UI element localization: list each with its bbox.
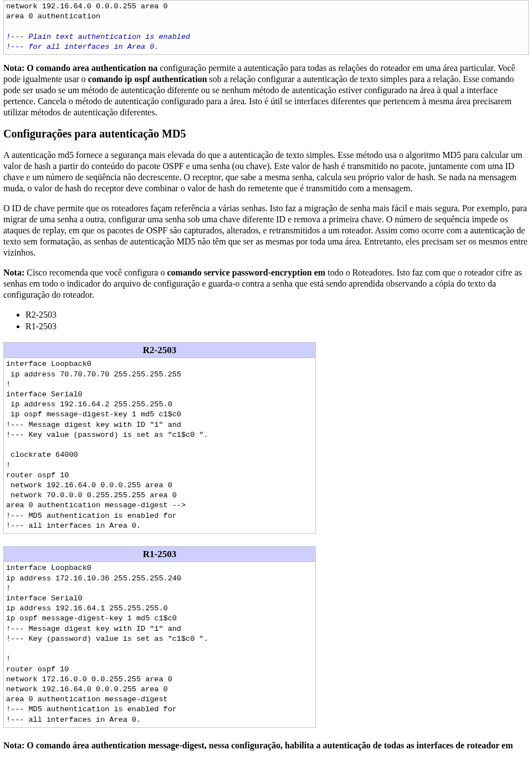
config-table: R2-2503interface Loopback0 ip address 70… xyxy=(3,342,316,534)
code-block-top: network 192.16.64.0 0.0.0.255 area 0 are… xyxy=(3,0,529,55)
code-line: ! router ospf 10 network 172.16.0.0 0.0.… xyxy=(6,655,172,703)
config-table-cell: interface Loopback0 ip address 70.70.70.… xyxy=(4,358,316,534)
paragraph-note-service-pw: Nota: Cisco recomenda que você configura… xyxy=(3,267,529,300)
text-bold: Nota: O comando area authentication na xyxy=(3,63,157,73)
code-line: network 192.16.64.0 0.0.0.255 area 0 are… xyxy=(6,2,168,21)
paragraph-note-area-auth: Nota: O comando area authentication na c… xyxy=(3,63,529,118)
config-table-cell: interface Loopback0 ip address 172.16.10… xyxy=(4,562,316,728)
config-table-title: R1-2503 xyxy=(4,547,316,562)
text: Cisco recomenda que você configura o xyxy=(24,268,167,277)
code-block: interface Loopback0 ip address 70.70.70.… xyxy=(4,358,315,533)
paragraph-note-msg-digest: Nota: O comando área authentication mess… xyxy=(3,740,529,751)
code-comment: !--- MD5 authentication is enabled for !… xyxy=(6,705,177,723)
paragraph-key-id: O ID de chave permite que os roteadores … xyxy=(3,203,529,258)
code-comment: !--- Plain text authentication is enable… xyxy=(6,33,190,51)
list-item: R2-2503 xyxy=(25,309,529,320)
code-line: interface Loopback0 ip address 172.16.10… xyxy=(6,564,181,623)
config-table-title: R2-2503 xyxy=(4,343,316,358)
text-bold: comando ip ospf authentication xyxy=(88,74,207,84)
code-line: clockrate 64000 ! router ospf 10 network… xyxy=(6,451,186,509)
code-comment: !--- Message digest key with ID "1" and … xyxy=(6,625,208,643)
text-bold: Nota: xyxy=(3,268,24,277)
router-list: R2-2503 R1-2503 xyxy=(3,309,529,332)
code-block: interface Loopback0 ip address 172.16.10… xyxy=(4,562,315,727)
code-comment: !--- Message digest key with ID "1" and … xyxy=(6,421,208,439)
config-tables: R2-2503interface Loopback0 ip address 70… xyxy=(3,342,529,728)
paragraph-md5-desc: A autenticação md5 fornece a segurança m… xyxy=(3,150,529,194)
code-line: interface Loopback0 ip address 70.70.70.… xyxy=(6,360,181,419)
heading-md5-config: Configurações para autenticação MD5 xyxy=(3,127,529,141)
config-table: R1-2503interface Loopback0 ip address 17… xyxy=(3,546,316,728)
text-bold: comando service password-encryption em xyxy=(167,268,325,277)
text-bold: Nota: O comando área authentication mess… xyxy=(3,741,513,750)
list-item: R1-2503 xyxy=(25,321,529,332)
code-comment: !--- MD5 authentication is enabled for !… xyxy=(6,512,177,530)
